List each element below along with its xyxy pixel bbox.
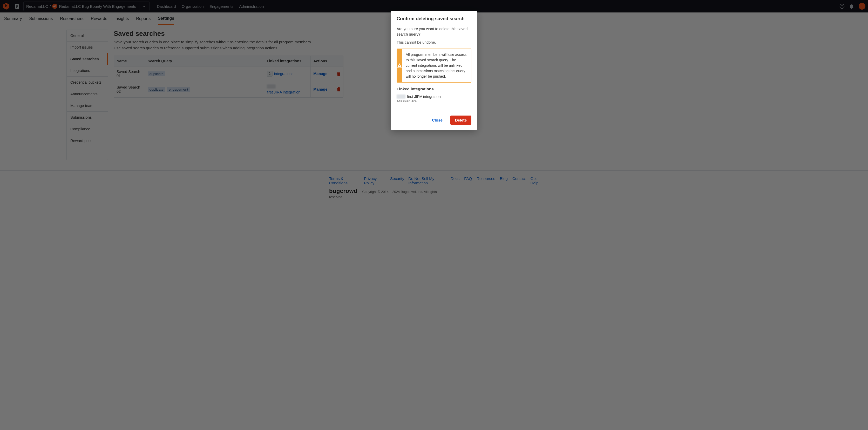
redacted-text xyxy=(397,94,405,99)
dialog-question: Are you sure you want to delete this sav… xyxy=(397,26,471,37)
modal-overlay[interactable]: Confirm deleting saved search Are you su… xyxy=(0,0,868,430)
linked-integration-item: first JIRA integration xyxy=(397,94,471,99)
confirm-delete-dialog: Confirm deleting saved search Are you su… xyxy=(391,11,477,130)
dialog-title: Confirm deleting saved search xyxy=(397,16,471,22)
linked-integration-type: Atlassian Jira xyxy=(397,99,471,103)
dialog-actions: Close Delete xyxy=(397,113,471,125)
linked-integration-name: first JIRA integration xyxy=(407,94,441,99)
dialog-undone-text: This cannot be undone. xyxy=(397,40,471,44)
warning-icon xyxy=(397,49,402,82)
warning-text: All program members will lose access to … xyxy=(402,49,471,82)
warning-alert: All program members will lose access to … xyxy=(397,49,471,83)
close-button[interactable]: Close xyxy=(427,116,447,125)
delete-button[interactable]: Delete xyxy=(451,116,471,125)
linked-integrations-heading: Linked integrations xyxy=(397,87,471,91)
